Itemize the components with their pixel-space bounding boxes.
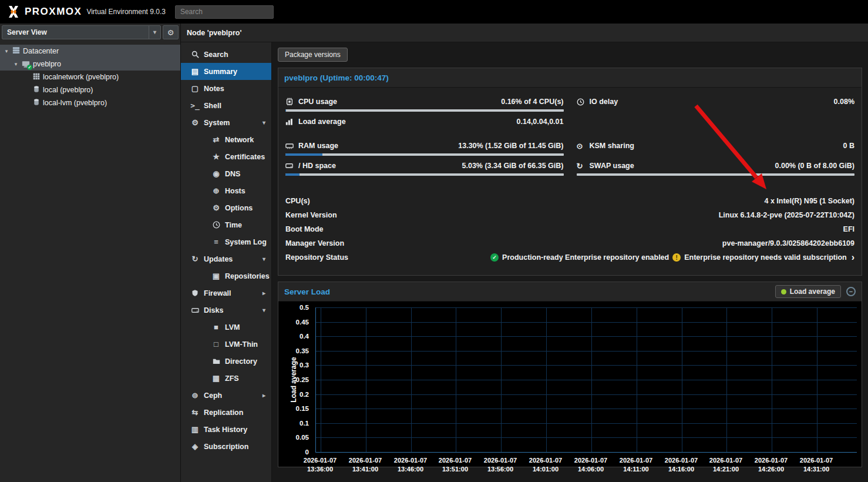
- menu-item-disks[interactable]: Disks ▾: [181, 302, 271, 319]
- header-search-input[interactable]: [175, 5, 274, 19]
- gears-icon: ⚙: [189, 118, 201, 127]
- menu-item-system[interactable]: ⚙ System ▾: [181, 114, 271, 131]
- menu-item-shell[interactable]: >_ Shell: [181, 97, 271, 114]
- chart-gridline-h: [316, 336, 857, 337]
- menu-item-certificates[interactable]: ★ Certificates: [181, 148, 271, 165]
- menu-item-system-log[interactable]: ≡ System Log: [181, 233, 271, 250]
- chart-gridline-h: [316, 365, 857, 366]
- chevron-down-icon[interactable]: ▾: [4, 48, 9, 54]
- menu-item-firewall[interactable]: Firewall ▸: [181, 284, 271, 302]
- chevron-right-icon[interactable]: ▸: [263, 392, 265, 399]
- menu-item-ceph[interactable]: ⊚ Ceph ▸: [181, 387, 271, 404]
- menu-item-dns[interactable]: ◉ DNS: [181, 165, 271, 182]
- menu-item-network[interactable]: ⇄ Network: [181, 131, 271, 148]
- chart-gridline-v: [501, 307, 502, 452]
- menu-item-search[interactable]: Search: [181, 46, 271, 63]
- certificate-icon: ★: [210, 152, 222, 161]
- stat-value: 0.14,0.04,0.01: [517, 118, 564, 126]
- x-tick-label: 2026-01-0713:41:00: [349, 456, 382, 474]
- legend-load-average[interactable]: Load average: [775, 285, 841, 298]
- info-row-manager-version: Manager Version pve-manager/9.0.3/025864…: [285, 236, 854, 250]
- swap-progressbar: [577, 173, 855, 176]
- x-tick-label: 2026-01-0714:16:00: [665, 456, 698, 474]
- menu-item-label: Task History: [204, 426, 247, 434]
- chevron-down-icon[interactable]: ▾: [263, 307, 265, 313]
- tree-item-node-pveblpro[interactable]: ▾ ✓ pveblpro: [0, 58, 180, 71]
- y-tick-label: 0.25: [296, 376, 309, 383]
- collapse-panel-button[interactable]: −: [846, 287, 856, 296]
- chart-gridline-v: [682, 307, 682, 452]
- hdd-icon: [189, 307, 201, 314]
- legend-dot: [781, 289, 786, 294]
- menu-item-updates[interactable]: ↻ Updates ▾: [181, 250, 271, 267]
- task-list-icon: ▥: [189, 425, 201, 434]
- x-tick-label: 2026-01-0714:01:00: [529, 456, 562, 474]
- menu-item-notes[interactable]: ▢ Notes: [181, 80, 271, 97]
- menu-item-time[interactable]: Time: [181, 216, 271, 233]
- storage-icon: [33, 98, 40, 108]
- chevron-down-icon[interactable]: ▾: [13, 61, 19, 67]
- info-value: EFI: [843, 225, 854, 233]
- view-selector[interactable]: Server View ▾: [2, 25, 161, 39]
- menu-item-options[interactable]: ⚙ Options: [181, 199, 271, 216]
- stats-right-column: IO delay 0.08% ⊙ KSM sharing 0 B: [577, 96, 855, 180]
- menu-item-label: DNS: [225, 170, 240, 178]
- x-tick-label: 2026-01-0713:36:00: [304, 456, 337, 474]
- legend-label: Load average: [790, 287, 835, 296]
- chevron-down-icon[interactable]: ▾: [263, 256, 265, 262]
- repo-ok-text: Production-ready Enterprise repository e…: [502, 253, 669, 262]
- menu-item-label: Subscription: [204, 443, 248, 451]
- package-versions-button[interactable]: Package versions: [278, 48, 348, 62]
- menu-item-directory[interactable]: Directory: [181, 353, 271, 370]
- swap-usage-row: ↻ SWAP usage 0.00% (0 B of 8.00 GiB): [577, 160, 855, 172]
- tree-item-label: pveblpro: [33, 60, 61, 68]
- tree-settings-button[interactable]: ⚙: [163, 25, 179, 39]
- menu-item-label: System Log: [225, 238, 267, 246]
- online-status-icon: ✓: [27, 65, 32, 70]
- chevron-down-icon[interactable]: ▾: [149, 26, 160, 39]
- proxmox-logo-icon: [6, 5, 21, 19]
- chevron-right-icon[interactable]: ›: [852, 253, 854, 262]
- menu-item-lvm[interactable]: ■ LVM: [181, 319, 271, 336]
- info-label: Boot Mode: [285, 225, 324, 233]
- menu-item-label: Directory: [225, 357, 257, 366]
- menu-item-zfs[interactable]: ▦ ZFS: [181, 370, 271, 387]
- view-selector-value: Server View: [7, 28, 47, 36]
- stat-label: KSM sharing: [590, 142, 634, 150]
- chevron-down-icon[interactable]: ▾: [263, 119, 265, 126]
- menu-item-label: Shell: [204, 102, 221, 110]
- y-tick-label: 0: [305, 448, 309, 456]
- tree-item-local-storage[interactable]: local (pveblpro): [0, 83, 180, 96]
- chart-gridline-h: [316, 394, 857, 395]
- subscription-icon: ◈: [189, 442, 201, 451]
- load-chart: Load average 0.50.450.40.350.30.250.20.1…: [278, 302, 862, 467]
- server-load-title: Server Load: [284, 287, 330, 296]
- tree-item-local-lvm-storage[interactable]: local-lvm (pveblpro): [0, 96, 180, 109]
- x-tick-label: 2026-01-0714:11:00: [620, 456, 652, 474]
- chart-gridline-h: [316, 409, 857, 409]
- menu-item-label: Disks: [204, 306, 223, 314]
- y-tick-label: 0.3: [300, 362, 309, 369]
- menu-item-subscription[interactable]: ◈ Subscription: [181, 438, 271, 455]
- menu-item-repositories[interactable]: ▣ Repositories: [181, 267, 271, 284]
- menu-item-summary[interactable]: ▤ Summary: [181, 63, 271, 80]
- lvm-thin-icon: □: [210, 340, 222, 349]
- x-tick-label: 2026-01-0714:06:00: [574, 456, 607, 474]
- info-row-repository-status: Repository Status ✓ Production-ready Ent…: [285, 250, 854, 265]
- tree-item-localnetwork[interactable]: localnetwork (pveblpro): [0, 71, 180, 83]
- chart-gridline-v: [637, 307, 637, 452]
- menu-item-hosts[interactable]: ⊕ Hosts: [181, 182, 271, 199]
- folder-icon: [210, 358, 222, 364]
- tree-item-datacenter[interactable]: ▾ Datacenter: [0, 45, 180, 58]
- y-tick-label: 0.1: [300, 420, 309, 427]
- menu-item-label: Repositories: [225, 272, 270, 280]
- chart-gridline-v: [726, 307, 727, 452]
- menu-item-task-history[interactable]: ▥ Task History: [181, 421, 271, 438]
- menu-item-lvm-thin[interactable]: □ LVM-Thin: [181, 336, 271, 353]
- warning-icon: !: [672, 253, 681, 262]
- menu-item-replication[interactable]: ⇆ Replication: [181, 404, 271, 421]
- chevron-right-icon[interactable]: ▸: [263, 290, 265, 296]
- stat-label: IO delay: [590, 98, 618, 106]
- swap-icon: ↻: [577, 162, 590, 170]
- chart-gridline-h: [316, 380, 857, 380]
